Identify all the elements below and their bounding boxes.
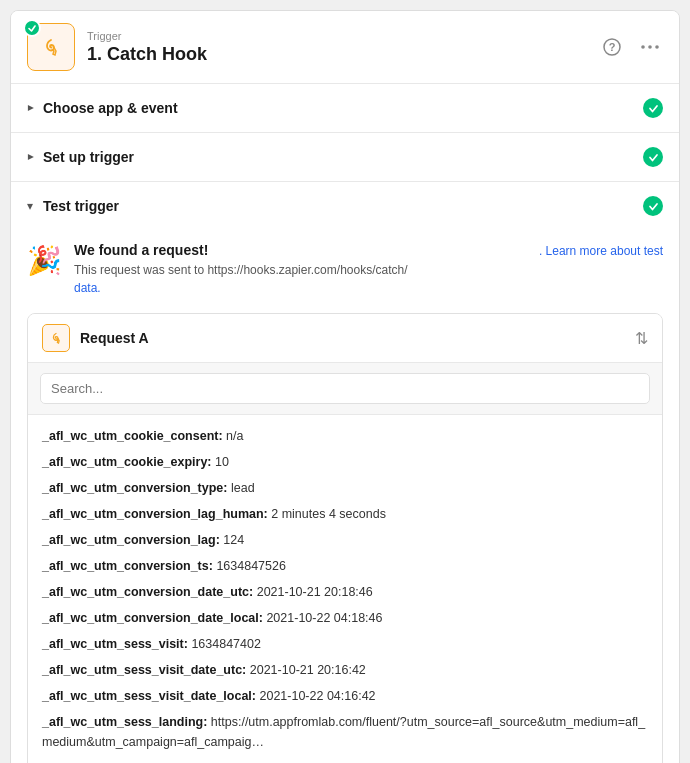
- choose-app-section: ▾ Choose app & event: [11, 84, 679, 133]
- party-icon: 🎉: [27, 244, 62, 277]
- header-label: Trigger: [87, 30, 599, 42]
- sort-icon[interactable]: ⇅: [635, 329, 648, 348]
- request-header: Request A ⇅: [28, 314, 662, 363]
- data-key: _afl_wc_utm_cookie_expiry:: [42, 455, 212, 469]
- data-rows: _afl_wc_utm_cookie_consent: n/a_afl_wc_u…: [28, 415, 662, 763]
- search-wrap: [28, 363, 662, 415]
- data-value: 2021-10-21 20:18:46: [253, 585, 373, 599]
- data-row: _afl_wc_utm_conversion_date_utc: 2021-10…: [42, 579, 648, 605]
- setup-trigger-chevron: ▾: [23, 154, 37, 160]
- request-icon: [42, 324, 70, 352]
- header-text: Trigger 1. Catch Hook: [87, 30, 599, 65]
- data-key: _afl_wc_utm_conversion_date_local:: [42, 611, 263, 625]
- data-key: _afl_wc_utm_cookie_consent:: [42, 429, 223, 443]
- choose-app-header[interactable]: ▾ Choose app & event: [11, 84, 679, 132]
- choose-app-title: Choose app & event: [43, 100, 643, 116]
- found-text: We found a request! This request was sen…: [74, 242, 527, 297]
- data-key: _afl_wc_utm_sess_landing:: [42, 715, 207, 729]
- more-button[interactable]: [637, 41, 663, 53]
- choose-app-check: [643, 98, 663, 118]
- data-row: _afl_wc_utm_conversion_date_local: 2021-…: [42, 605, 648, 631]
- trigger-icon-wrap: [27, 23, 75, 71]
- header-title: 1. Catch Hook: [87, 44, 599, 65]
- data-value: lead: [228, 481, 255, 495]
- data-key: _afl_wc_utm_conversion_ts:: [42, 559, 213, 573]
- setup-trigger-title: Set up trigger: [43, 149, 643, 165]
- data-key: _afl_wc_utm_sess_visit:: [42, 637, 188, 651]
- svg-point-3: [641, 45, 645, 49]
- setup-trigger-section: ▾ Set up trigger: [11, 133, 679, 182]
- trigger-header: Trigger 1. Catch Hook ?: [11, 11, 679, 84]
- data-value: 10: [212, 455, 229, 469]
- test-trigger-title: Test trigger: [43, 198, 643, 214]
- data-key: _afl_wc_utm_conversion_type:: [42, 481, 228, 495]
- data-row: _afl_wc_utm_cookie_consent: n/a: [42, 423, 648, 449]
- data-key: _afl_wc_utm_conversion_lag:: [42, 533, 220, 547]
- data-row: _afl_wc_utm_conversion_lag: 124: [42, 527, 648, 553]
- found-desc-text: This request was sent to https://hooks.z…: [74, 263, 408, 277]
- data-row: _afl_wc_utm_sess_landing: https://utm.ap…: [42, 709, 648, 755]
- data-value: 2021-10-22 04:18:46: [263, 611, 383, 625]
- test-trigger-check: [643, 196, 663, 216]
- data-row: _afl_wc_utm_sess_visit: 1634847402: [42, 631, 648, 657]
- data-value: n/a: [223, 429, 244, 443]
- data-key: _afl_wc_utm_sess_visit_date_utc:: [42, 663, 246, 677]
- found-desc: This request was sent to https://hooks.z…: [74, 261, 527, 297]
- found-title: We found a request!: [74, 242, 527, 258]
- data-key: _afl_wc_utm_sess_visit_date_local:: [42, 689, 256, 703]
- data-row: _afl_wc_utm_cookie_expiry: 10: [42, 449, 648, 475]
- found-data-link[interactable]: data.: [74, 281, 101, 295]
- data-row: _afl_wc_utm_sess_landing_clean: https://…: [42, 755, 648, 763]
- help-button[interactable]: ?: [599, 34, 625, 60]
- svg-point-5: [655, 45, 659, 49]
- search-input[interactable]: [40, 373, 650, 404]
- data-row: _afl_wc_utm_sess_visit_date_utc: 2021-10…: [42, 657, 648, 683]
- data-value: 2021-10-22 04:16:42: [256, 689, 376, 703]
- test-trigger-chevron: ▾: [27, 199, 33, 213]
- svg-point-4: [648, 45, 652, 49]
- data-value: 1634847526: [213, 559, 286, 573]
- check-badge: [23, 19, 41, 37]
- data-row: _afl_wc_utm_sess_visit_date_local: 2021-…: [42, 683, 648, 709]
- data-key: _afl_wc_utm_conversion_date_utc:: [42, 585, 253, 599]
- data-value: 124: [220, 533, 244, 547]
- setup-trigger-check: [643, 147, 663, 167]
- test-content: 🎉 We found a request! This request was s…: [11, 230, 679, 763]
- data-row: _afl_wc_utm_conversion_lag_human: 2 minu…: [42, 501, 648, 527]
- test-trigger-section: ▾ Test trigger 🎉 We found a request! Thi…: [11, 182, 679, 763]
- request-title: Request A: [80, 330, 635, 346]
- data-value: 1634847402: [188, 637, 261, 651]
- main-card: Trigger 1. Catch Hook ? ▾ Choose a: [10, 10, 680, 763]
- choose-app-chevron: ▾: [23, 105, 37, 111]
- data-key: _afl_wc_utm_conversion_lag_human:: [42, 507, 268, 521]
- data-row: _afl_wc_utm_conversion_ts: 1634847526: [42, 553, 648, 579]
- data-value: 2021-10-21 20:16:42: [246, 663, 366, 677]
- test-trigger-header[interactable]: ▾ Test trigger: [11, 182, 679, 230]
- data-value: 2 minutes 4 seconds: [268, 507, 386, 521]
- found-banner: 🎉 We found a request! This request was s…: [27, 230, 663, 309]
- svg-text:?: ?: [609, 41, 616, 53]
- setup-trigger-header[interactable]: ▾ Set up trigger: [11, 133, 679, 181]
- header-actions: ?: [599, 34, 663, 60]
- learn-more-link[interactable]: . Learn more about test: [539, 242, 663, 258]
- request-box: Request A ⇅ _afl_wc_utm_cookie_consent: …: [27, 313, 663, 763]
- data-row: _afl_wc_utm_conversion_type: lead: [42, 475, 648, 501]
